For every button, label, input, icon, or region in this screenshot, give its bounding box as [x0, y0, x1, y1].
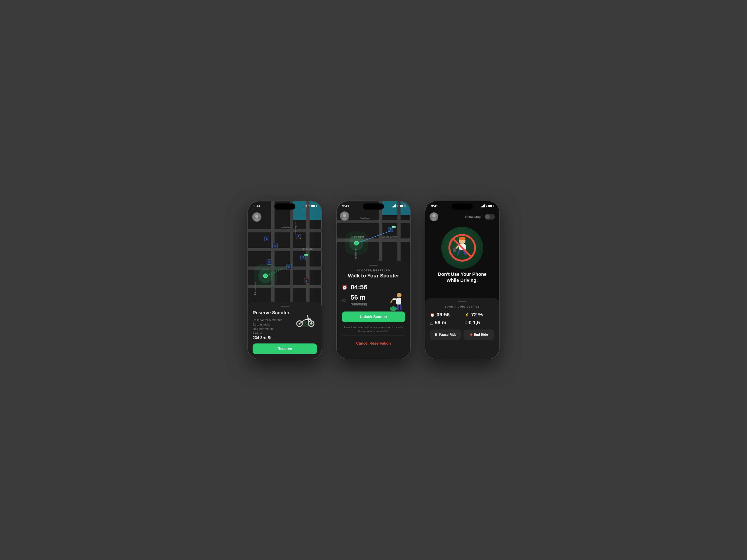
svg-point-11	[397, 293, 402, 297]
timer-icon: ⏰	[342, 285, 348, 290]
battery-fill-3	[489, 205, 492, 207]
ride-cost-icon: €	[465, 321, 467, 325]
scooter-reserved-label: SCOOTER RESERVED	[342, 269, 405, 272]
avatar-1[interactable]	[252, 212, 261, 222]
pause-ride-button[interactable]: ⏸ Pause Ride	[430, 329, 461, 340]
timer-row: ⏰ 04:56	[342, 284, 405, 291]
time-display-1: 9:41	[254, 204, 260, 208]
scooter-marker-3[interactable]: S	[266, 260, 273, 266]
reserve-button[interactable]: Reserve	[253, 344, 317, 354]
svg-line-16	[391, 299, 393, 303]
power-button	[322, 248, 322, 260]
svg-rect-12	[396, 298, 401, 304]
selected-scooter-marker[interactable]: S 90%	[388, 227, 394, 233]
signal-bar-2-3	[394, 205, 395, 208]
warning-title: Don't Use Your Phone	[438, 272, 487, 277]
svg-rect-14	[397, 304, 399, 310]
scooter-marker-2[interactable]: S	[273, 243, 279, 250]
svg-point-18	[432, 214, 436, 217]
signal-bar-3-2	[482, 206, 483, 208]
ride-cost-item: € € 1,5	[465, 320, 494, 326]
menningstr-label-2: Menningstraat	[351, 236, 364, 238]
scooter-marker-7[interactable]: S	[304, 278, 310, 285]
time-display-3: 9:41	[431, 204, 438, 208]
toggle-knob	[485, 214, 490, 219]
svg-rect-15	[400, 304, 402, 310]
wifi-icon-2: ▾	[397, 205, 398, 208]
sheet-handle-1	[281, 306, 289, 307]
scooter-icon-7: S	[304, 278, 309, 283]
phone2-inner: Apollolaan Jan van Eijckstr. Menningstra…	[337, 201, 410, 359]
cancel-reservation-button[interactable]: Cancel Reservation	[342, 338, 405, 349]
svg-rect-8	[307, 319, 311, 320]
battery-fill-1	[311, 205, 315, 207]
reserve-park-label: Park at	[253, 331, 289, 335]
svg-point-0	[255, 215, 258, 218]
signal-bars-2	[392, 205, 396, 208]
ride-distance-icon: △	[430, 321, 433, 325]
walker-illustration	[387, 292, 406, 313]
phones-container: Apollolaan Rubensstraat Minervalaan Menn…	[233, 182, 514, 378]
ride-distance-value: 56 m	[435, 320, 446, 326]
riding-details-sheet: YOUR RIDING DETAILS ⏰ 09:56 ⚡ 72 % △	[425, 298, 499, 359]
phone3-inner: 9:41 ▾	[425, 201, 499, 359]
remaining-label: remaining	[351, 302, 367, 306]
warning-text: Don't Use Your Phone While Driving!	[430, 271, 494, 283]
ride-distance-item: △ 56 m	[430, 320, 460, 326]
scooter-marker-1[interactable]: S	[264, 236, 271, 243]
svg-line-23	[455, 245, 459, 249]
scooter-illustration	[294, 310, 317, 329]
road-h1	[248, 229, 322, 232]
svg-rect-3	[307, 315, 309, 322]
reserve-sheet: Reserve Scooter Reserve for 5 Minutes €1…	[248, 302, 322, 359]
signal-bar-3-1	[481, 207, 482, 208]
distance-value: 56 m	[351, 294, 365, 301]
status-icons-3: ▾	[481, 205, 493, 208]
scooter-icon-1: S	[264, 236, 269, 241]
phone-2: Apollolaan Jan van Eijckstr. Menningstra…	[336, 201, 411, 359]
dynamic-island-2	[363, 204, 384, 210]
signal-bar-3	[306, 205, 306, 208]
menningstraat-label: Menningstraat	[294, 221, 297, 234]
ride-time-value: 09:56	[437, 312, 449, 318]
no-phone-illustration-zone	[439, 224, 486, 271]
scooter-marker-6[interactable]: S	[296, 234, 302, 240]
battery-icon-2	[400, 205, 405, 207]
battery-icon-3	[488, 205, 493, 207]
scooter-icon-2: S	[273, 243, 278, 248]
end-ride-button[interactable]: End Ride	[464, 329, 494, 340]
riding-details-label: YOUR RIDING DETAILS	[430, 305, 494, 308]
signal-bar-4	[307, 205, 307, 208]
phone3-header: Show Maps	[430, 212, 495, 221]
user-location-dot	[263, 273, 268, 278]
status-icons-2: ▾	[392, 205, 405, 208]
signal-bar-2	[305, 206, 305, 208]
vaneijck-label: van Eijckstr.	[302, 248, 313, 250]
ride-buttons: ⏸ Pause Ride End Ride	[430, 329, 494, 340]
show-maps-control: Show Maps	[465, 214, 495, 219]
dynamic-island-3	[452, 204, 473, 210]
ride-battery-icon: ⚡	[465, 313, 469, 317]
svg-point-10	[342, 217, 347, 220]
svg-point-17	[390, 306, 397, 311]
reserve-subtitle: Reserve for 5 Minutes	[253, 318, 289, 322]
dynamic-island-1	[274, 204, 295, 210]
battery-icon-1	[311, 205, 316, 207]
reserve-price: €1 to unlock,	[253, 323, 289, 326]
signal-bar-3-3	[483, 205, 484, 208]
avatar-3[interactable]	[430, 212, 438, 221]
svg-point-1	[254, 218, 260, 221]
divider	[342, 336, 405, 336]
wifi-icon-3: ▾	[486, 205, 487, 208]
show-maps-toggle[interactable]	[485, 214, 495, 219]
road-h4	[248, 285, 322, 288]
unlock-note: Unlocked button will active when you clo…	[342, 325, 405, 334]
scooter-marker-5[interactable]: S 90%	[301, 255, 307, 261]
phone1-inner: Apollolaan Rubensstraat Minervalaan Menn…	[248, 201, 322, 359]
svg-line-25	[458, 250, 460, 255]
ride-time-item: ⏰ 09:56	[430, 312, 460, 318]
reservation-sheet: SCOOTER RESERVED Walk to Your Scooter ⏰	[337, 261, 410, 359]
signal-bar-3-4	[484, 205, 485, 208]
reserve-address: 234 3rd St	[253, 336, 289, 340]
avatar-2[interactable]	[340, 211, 349, 221]
